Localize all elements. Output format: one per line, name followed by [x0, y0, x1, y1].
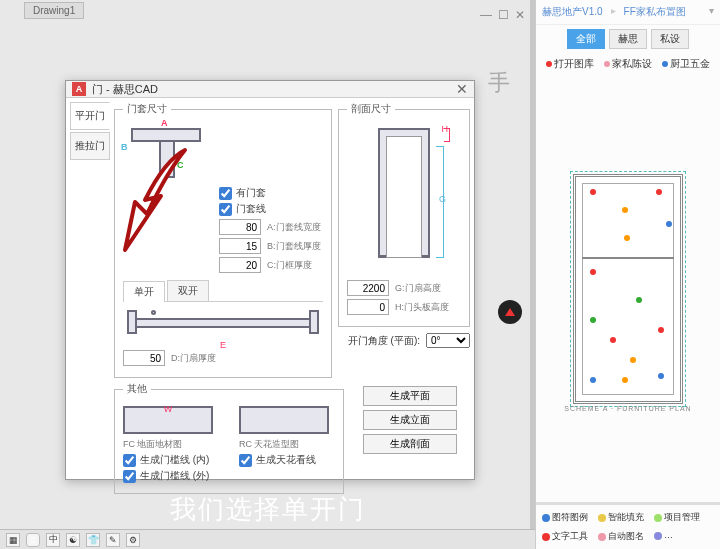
chk-fc1[interactable]: 生成门槛线 (内) — [123, 453, 219, 467]
min-icon[interactable]: — — [480, 8, 492, 22]
switch-all[interactable]: 全部 — [567, 29, 605, 49]
leaf-tabs: 单开 双开 — [123, 280, 323, 302]
legend-item[interactable]: 家私陈设 — [604, 57, 652, 71]
btn-gen-sect[interactable]: 生成剖面 — [363, 434, 457, 454]
chevron-down-icon[interactable]: ▾ — [709, 5, 714, 19]
open-angle-select[interactable]: 0° — [426, 333, 470, 348]
status-bar: ▦ S 中 ☯ 👕 ✎ ⚙ — [0, 529, 535, 549]
htab-single[interactable]: 单开 — [123, 281, 165, 302]
dialog-title: 门 - 赫思CAD — [92, 82, 158, 97]
leaf-plan-diagram: E — [125, 308, 321, 346]
vtab-sliding[interactable]: 推拉门 — [70, 132, 110, 160]
chk-fc2[interactable]: 生成门槛线 (外) — [123, 469, 219, 483]
filter-switch: 全部 赫思 私设 — [536, 25, 720, 53]
dialog-close-icon[interactable]: ✕ — [456, 81, 468, 97]
vtab-swing[interactable]: 平开门 — [70, 102, 110, 130]
close-icon[interactable]: ✕ — [515, 8, 525, 22]
compass-icon[interactable] — [498, 300, 522, 324]
frame-diagram: A B C — [123, 122, 213, 182]
floorplan-preview[interactable]: SCHEME A · FURNITURE PLAN — [536, 75, 720, 502]
category-legend: 打开图库家私陈设厨卫五金 — [536, 53, 720, 75]
open-angle-row: 开门角度 (平面): 0° — [338, 331, 470, 350]
input-c[interactable] — [219, 257, 261, 273]
tool-item[interactable]: … — [654, 530, 673, 543]
window-controls: — ☐ ✕ — [480, 8, 525, 22]
tool-item[interactable]: 自动图名 — [598, 530, 644, 543]
status-icon-5[interactable]: ⚙ — [126, 533, 140, 547]
input-h[interactable] — [347, 299, 389, 315]
btn-gen-plan[interactable]: 生成平面 — [363, 386, 457, 406]
status-icon-3[interactable]: 👕 — [86, 533, 100, 547]
status-icon-4[interactable]: ✎ — [106, 533, 120, 547]
section-size-legend: 剖面尺寸 — [347, 102, 395, 116]
restore-icon[interactable]: ☐ — [498, 8, 509, 22]
rp-link-layout[interactable]: FF家私布置图 — [624, 5, 686, 19]
door-type-tabs: 平开门 推拉门 — [70, 102, 110, 494]
rc-label: RC 天花造型图 — [239, 438, 335, 451]
document-tab[interactable]: Drawing1 — [24, 2, 84, 19]
status-icon-1[interactable]: ▦ — [6, 533, 20, 547]
input-d[interactable] — [123, 350, 165, 366]
right-panel-header: 赫思地产V1.0 ▸ FF家私布置图 ▾ — [536, 0, 720, 25]
other-legend: 其他 — [123, 382, 151, 396]
tool-item[interactable]: 项目管理 — [654, 511, 700, 524]
input-a[interactable] — [219, 219, 261, 235]
video-subtitle: 我们选择单开门 — [0, 492, 535, 527]
chk-has-frame[interactable]: 有门套 — [219, 186, 323, 200]
fc-label: FC 地面地材图 — [123, 438, 219, 451]
fc-tile: W — [123, 406, 213, 434]
frame-size-legend: 门套尺寸 — [123, 102, 171, 116]
tool-item[interactable]: 文字工具 — [542, 530, 588, 543]
generate-buttons: 生成平面 生成立面 生成剖面 — [350, 382, 470, 494]
switch-a[interactable]: 赫思 — [609, 29, 647, 49]
section-diagram: H G — [364, 124, 444, 274]
chk-frame-line[interactable]: 门套线 — [219, 202, 323, 216]
legend-item[interactable]: 厨卫五金 — [662, 57, 710, 71]
right-panel: 赫思地产V1.0 ▸ FF家私布置图 ▾ 全部 赫思 私设 打开图库家私陈设厨卫… — [535, 0, 720, 549]
switch-b[interactable]: 私设 — [651, 29, 689, 49]
legend-item[interactable]: 打开图库 — [546, 57, 594, 71]
app-icon: A — [72, 82, 86, 96]
plan-caption: SCHEME A · FURNITURE PLAN — [536, 405, 720, 412]
btn-gen-elev[interactable]: 生成立面 — [363, 410, 457, 430]
other-group: 其他 W FC 地面地材图 生成门槛线 (内) 生成门槛线 (外) RC 天花造… — [114, 382, 344, 494]
htab-double[interactable]: 双开 — [167, 280, 209, 301]
tool-item[interactable]: 智能填充 — [598, 511, 644, 524]
rp-link-version[interactable]: 赫思地产V1.0 — [542, 5, 603, 19]
decor-glyph: 手 — [488, 68, 510, 98]
status-icon-2[interactable]: ☯ — [66, 533, 80, 547]
door-dialog: A 门 - 赫思CAD ✕ 平开门 推拉门 门套尺寸 A B C 有门套 — [65, 80, 475, 480]
ime-icon[interactable]: S — [26, 533, 40, 547]
dialog-titlebar[interactable]: A 门 - 赫思CAD ✕ — [66, 81, 474, 98]
status-lang[interactable]: 中 — [46, 533, 60, 547]
frame-size-group: 门套尺寸 A B C 有门套 门套线 A:门套线宽度 B:门套线厚度 C:门框厚… — [114, 102, 332, 378]
input-b[interactable] — [219, 238, 261, 254]
rc-tile — [239, 406, 329, 434]
input-g[interactable] — [347, 280, 389, 296]
chk-rc1[interactable]: 生成天花看线 — [239, 453, 335, 467]
section-size-group: 剖面尺寸 H G G:门扇高度 H:门头板高度 — [338, 102, 470, 327]
tool-item[interactable]: 图符图例 — [542, 511, 588, 524]
tools-row: 图符图例智能填充项目管理文字工具自动图名… — [536, 502, 720, 549]
